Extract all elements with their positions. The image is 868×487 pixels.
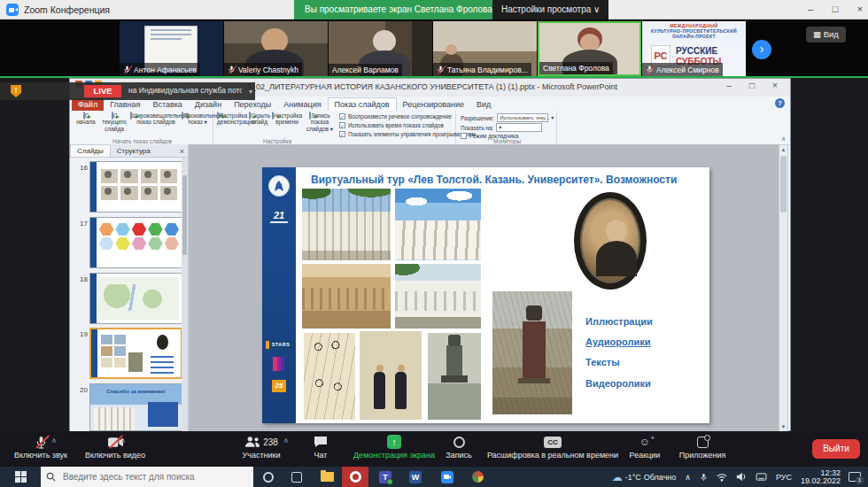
language-indicator[interactable]: РУС <box>776 473 792 482</box>
network-icon[interactable] <box>717 473 727 482</box>
panel-scrollbar[interactable] <box>182 158 188 432</box>
slide-image-university-facade <box>302 189 391 260</box>
apps-button[interactable]: Приложения <box>671 435 733 460</box>
tab-view[interactable]: Вид <box>470 98 497 111</box>
show-media-controls-checkbox[interactable]: ✓Показать элементы управления проигрыват… <box>339 131 476 137</box>
video-options-chevron[interactable]: ∧ <box>120 437 126 444</box>
participant-tile[interactable]: Татьяна Владимиров... <box>433 21 537 76</box>
search-input[interactable] <box>61 471 238 483</box>
participant-tile[interactable]: МЕЖДУНАРОДНЫЙ КУЛЬТУРНО-ПРОСВЕТИТЕЛЬСКИЙ… <box>642 21 746 76</box>
taskbar-search[interactable] <box>41 467 253 487</box>
tab-animations[interactable]: Анимация <box>277 98 327 111</box>
view-settings-dropdown[interactable]: Настройки просмотра ∨ <box>492 0 608 19</box>
participants-options-chevron[interactable]: ∧ <box>283 437 289 444</box>
zoom-app-icon[interactable] <box>434 467 461 487</box>
slide-thumbnail-19-selected[interactable] <box>89 328 182 379</box>
participant-tile-active-speaker[interactable]: Светлана Фролова <box>538 21 641 76</box>
from-beginning-button[interactable]: С начала <box>74 112 98 126</box>
ppt-maximize-button[interactable]: □ <box>740 79 763 93</box>
slide-thumbnail-16[interactable] <box>89 161 182 213</box>
live-transcript-button[interactable]: CC Расшифровка в реальном времени <box>485 435 620 460</box>
leave-meeting-button[interactable]: Выйти <box>812 439 860 459</box>
reactions-button[interactable]: ☺ Реакции <box>620 435 670 460</box>
hexagon-diagram <box>99 223 179 250</box>
link-texts[interactable]: Тексты <box>585 357 620 367</box>
weather-icon: ☁ <box>612 471 623 483</box>
cortana-icon[interactable] <box>255 467 282 487</box>
chat-button[interactable]: Чат <box>299 435 342 460</box>
participant-tile[interactable]: Valeriy Chastnykh <box>224 21 328 76</box>
weather-widget[interactable]: ☁-1°CОблачно <box>612 471 677 483</box>
editor-scrollbar[interactable]: ▲ ▼ <box>779 144 788 432</box>
link-videos[interactable]: Видеоролики <box>585 378 651 389</box>
streaming-shield-icon: ! <box>11 85 21 97</box>
maximize-button[interactable]: □ <box>824 0 847 19</box>
participant-tile[interactable]: Алексей Варламов <box>329 21 432 76</box>
record-slideshow-button[interactable]: Запись показа слайдов ▾ <box>303 112 337 132</box>
close-button[interactable]: × <box>849 0 868 19</box>
keyboard-icon[interactable] <box>756 473 767 481</box>
tab-transitions[interactable]: Переходы <box>228 98 277 111</box>
slide-number: 20 <box>75 386 88 394</box>
show-on-dropdown[interactable]: ▾ <box>496 123 542 132</box>
start-video-button[interactable]: Включить видео <box>78 435 152 460</box>
participant-name: Светлана Фролова <box>543 64 609 73</box>
speaker-icon[interactable] <box>736 472 747 482</box>
view-button[interactable]: ▦ Вид <box>806 27 846 43</box>
stars-logo: STARS <box>266 341 292 349</box>
play-narrations-checkbox[interactable]: ✓Воспроизвести речевое сопровождение <box>339 113 452 120</box>
tab-review[interactable]: Рецензирование <box>397 98 471 111</box>
zoom-conference-window: Zoom Конференция Вы просматриваете экран… <box>0 0 868 487</box>
opera-browser-icon[interactable] <box>342 467 368 487</box>
tab-outline[interactable]: Структура <box>111 145 157 157</box>
tray-mic-icon[interactable] <box>700 472 708 483</box>
from-current-slide-button[interactable]: С текущего слайда <box>99 112 129 132</box>
participants-video-strip: Антон Афанасьев Valeriy Chastnykh Алексе… <box>0 19 868 78</box>
next-participants-arrow[interactable]: › <box>752 40 771 59</box>
share-screen-button[interactable]: ↑ Демонстрация экрана <box>345 435 443 460</box>
tab-insert[interactable]: Вставка <box>146 98 188 111</box>
ppt-minimize-button[interactable]: – <box>717 79 740 93</box>
close-panel-icon[interactable]: × <box>180 147 184 156</box>
link-audio[interactable]: Аудиоролики <box>585 336 650 347</box>
unmute-button[interactable]: Включить звук <box>4 435 78 460</box>
group-label: Начать показ слайдов <box>72 138 213 144</box>
slide-thumbnail-20[interactable]: Спасибо за внимание! <box>89 383 182 431</box>
resolution-dropdown[interactable]: Использовать теку... ▾ <box>497 113 548 122</box>
help-icon[interactable]: ? <box>775 98 785 108</box>
tab-slides[interactable]: Слайды <box>70 144 111 157</box>
start-button[interactable] <box>0 467 41 487</box>
link-illustrations[interactable]: Иллюстрации <box>585 316 653 327</box>
slide-thumbnail-17[interactable] <box>89 217 182 268</box>
notification-center-icon[interactable]: 1 <box>849 472 861 482</box>
custom-slideshow-button[interactable]: Произвольный показ ▾ <box>182 112 213 126</box>
record-button[interactable]: Запись <box>434 435 484 460</box>
slide-image-sketches <box>304 333 355 420</box>
tab-design[interactable]: Дизайн <box>189 98 228 111</box>
mic-options-chevron[interactable]: ∧ <box>51 437 57 444</box>
ppt-close-button[interactable]: × <box>763 79 787 93</box>
collapse-ribbon-icon[interactable]: ∧ <box>781 135 786 143</box>
tab-file[interactable]: Файл <box>72 98 104 111</box>
live-dropdown-icon[interactable]: ▾ <box>249 88 252 96</box>
muted-mic-icon <box>228 65 236 74</box>
taskbar-clock[interactable]: 12:3219.02.2022 <box>801 469 841 485</box>
tab-home[interactable]: Главная <box>104 98 146 111</box>
hidden-icons-chevron[interactable]: ∧ <box>685 473 691 482</box>
minimize-button[interactable]: – <box>799 0 822 19</box>
slide-blue-sidebar: 21 STARS 25 <box>262 167 296 423</box>
task-view-icon[interactable] <box>283 467 310 487</box>
palette-app-icon[interactable] <box>464 467 491 487</box>
file-explorer-icon[interactable] <box>314 467 340 487</box>
use-timings-checkbox[interactable]: ✓Использовать время показа слайдов <box>339 122 444 128</box>
participant-tile[interactable]: Антон Афанасьев <box>120 21 223 76</box>
broadcast-slideshow-button[interactable]: Широковещательный показ слайдов <box>130 112 182 126</box>
word-icon[interactable]: W <box>402 467 429 487</box>
setup-slideshow-button[interactable]: Настройка демонстрации <box>217 112 247 126</box>
slide-thumbnail-18[interactable] <box>89 273 182 324</box>
hide-slide-button[interactable]: Скрыть слайд <box>248 112 271 126</box>
slide-number: 17 <box>75 220 88 228</box>
tab-slideshow[interactable]: Показ слайдов <box>328 97 397 111</box>
rehearse-timings-button[interactable]: Настройка времени <box>272 112 302 126</box>
teams-icon[interactable]: T <box>372 467 399 487</box>
